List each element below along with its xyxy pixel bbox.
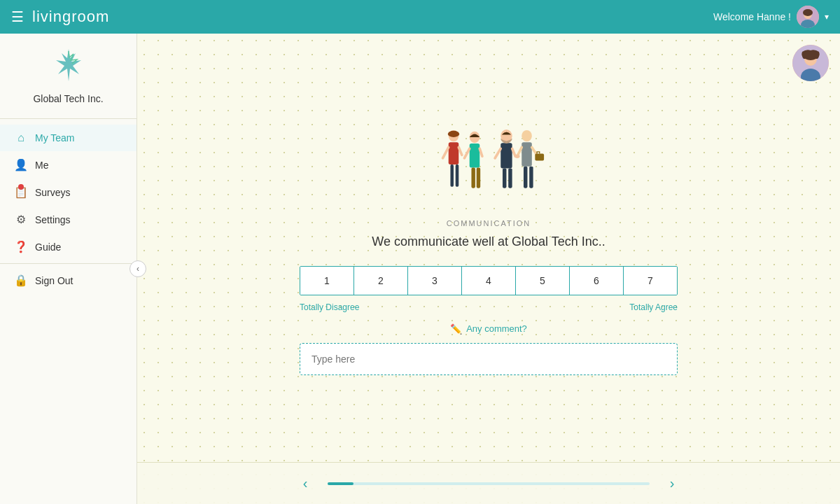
svg-rect-28 xyxy=(522,142,532,167)
svg-rect-22 xyxy=(500,143,512,168)
svg-rect-32 xyxy=(529,166,533,188)
svg-rect-25 xyxy=(503,168,506,188)
survey-card: COMMUNICATION We communicate well at Glo… xyxy=(137,34,840,462)
rating-cell-3[interactable]: 3 xyxy=(408,267,462,295)
sidebar-label-guide: Guide xyxy=(35,241,61,253)
sidebar-item-guide[interactable]: ❓ Guide xyxy=(0,233,136,260)
progress-bar-fill xyxy=(328,482,354,485)
prev-button[interactable]: ‹ xyxy=(294,472,316,495)
sidebar-item-sign-out[interactable]: 🔒 Sign Out xyxy=(0,267,136,294)
menu-icon[interactable]: ☰ xyxy=(11,8,24,25)
sidebar-nav: ⌂ My Team 👤 Me 📋 Surveys ⚙ Settings ❓ Gu… xyxy=(0,119,136,300)
svg-rect-26 xyxy=(508,168,512,188)
rating-label-right: Totally Agree xyxy=(629,302,678,312)
survey-question: We communicate well at Global Tech Inc.. xyxy=(372,234,605,249)
rating-cell-6[interactable]: 6 xyxy=(570,267,624,295)
notification-badge xyxy=(18,184,24,190)
sidebar-label-my-team: My Team xyxy=(35,132,75,144)
svg-rect-16 xyxy=(470,144,480,168)
sidebar-logo-area: Global Tech Inc. xyxy=(0,34,136,119)
svg-rect-19 xyxy=(471,167,475,188)
main-layout: ‹ Global Tech Inc. ⌂ My Team 👤 Me 📋 xyxy=(0,34,840,504)
rating-cell-4[interactable]: 4 xyxy=(462,267,516,295)
svg-line-24 xyxy=(512,148,516,156)
svg-line-18 xyxy=(479,148,482,156)
comment-input[interactable] xyxy=(300,343,678,375)
rating-label-left: Totally Disagree xyxy=(300,302,359,312)
progress-bar xyxy=(328,482,650,485)
app-name: livingroom xyxy=(32,8,109,26)
svg-line-23 xyxy=(495,148,500,158)
edit-icon: ✏️ xyxy=(450,323,462,335)
guide-icon: ❓ xyxy=(14,240,28,253)
person-icon: 👤 xyxy=(14,158,28,172)
rating-cell-1[interactable]: 1 xyxy=(300,267,354,295)
survey-illustration xyxy=(419,121,559,205)
comment-link[interactable]: ✏️ Any comment? xyxy=(450,323,527,335)
company-logo-icon xyxy=(55,48,83,89)
sidebar-item-me[interactable]: 👤 Me xyxy=(0,151,136,178)
sidebar-collapse-button[interactable]: ‹ xyxy=(130,260,146,277)
main-content: COMMUNICATION We communicate well at Glo… xyxy=(137,34,840,504)
comment-link-text: Any comment? xyxy=(466,323,527,334)
rating-labels: Totally Disagree Totally Agree xyxy=(300,302,678,312)
rating-cell-2[interactable]: 2 xyxy=(354,267,408,295)
svg-point-14 xyxy=(448,130,459,136)
rating-scale: 1 2 3 4 5 6 7 xyxy=(300,266,678,295)
sidebar: ‹ Global Tech Inc. ⌂ My Team 👤 Me 📋 xyxy=(0,34,137,504)
sidebar-label-settings: Settings xyxy=(35,214,71,225)
svg-line-17 xyxy=(464,148,469,158)
sidebar-item-my-team[interactable]: ⌂ My Team xyxy=(0,125,136,151)
svg-rect-9 xyxy=(449,142,459,164)
sidebar-item-settings[interactable]: ⚙ Settings xyxy=(0,206,136,233)
bottom-nav: ‹ › xyxy=(137,462,840,504)
rating-cell-5[interactable]: 5 xyxy=(516,267,570,295)
svg-point-3 xyxy=(803,9,813,16)
svg-rect-13 xyxy=(456,164,459,187)
svg-line-10 xyxy=(443,147,449,158)
header-dropdown-icon[interactable]: ▾ xyxy=(825,12,829,22)
sidebar-label-surveys: Surveys xyxy=(35,187,71,198)
sidebar-item-surveys[interactable]: 📋 Surveys xyxy=(0,178,136,206)
svg-rect-20 xyxy=(477,167,480,188)
sidebar-divider xyxy=(0,263,136,264)
lock-icon: 🔒 xyxy=(14,274,28,287)
svg-line-11 xyxy=(458,147,462,155)
settings-icon: ⚙ xyxy=(14,213,28,226)
svg-rect-12 xyxy=(450,164,454,187)
welcome-text: Welcome Hanne ! xyxy=(713,11,791,22)
svg-point-27 xyxy=(522,130,532,141)
sidebar-label-me: Me xyxy=(35,160,48,171)
header-avatar[interactable] xyxy=(797,6,819,28)
content-user-avatar[interactable] xyxy=(792,45,829,81)
svg-rect-33 xyxy=(535,153,544,160)
rating-cell-7[interactable]: 7 xyxy=(624,267,677,295)
svg-rect-31 xyxy=(524,166,527,188)
next-button[interactable]: › xyxy=(661,472,683,495)
app-header: ☰ livingroom Welcome Hanne ! ▾ xyxy=(0,0,840,34)
company-name: Global Tech Inc. xyxy=(33,93,103,104)
home-icon: ⌂ xyxy=(14,132,28,144)
svg-point-34 xyxy=(514,154,519,158)
header-user-area: Welcome Hanne ! ▾ xyxy=(713,6,829,28)
survey-category: COMMUNICATION xyxy=(447,219,531,227)
sidebar-label-sign-out: Sign Out xyxy=(35,275,73,286)
